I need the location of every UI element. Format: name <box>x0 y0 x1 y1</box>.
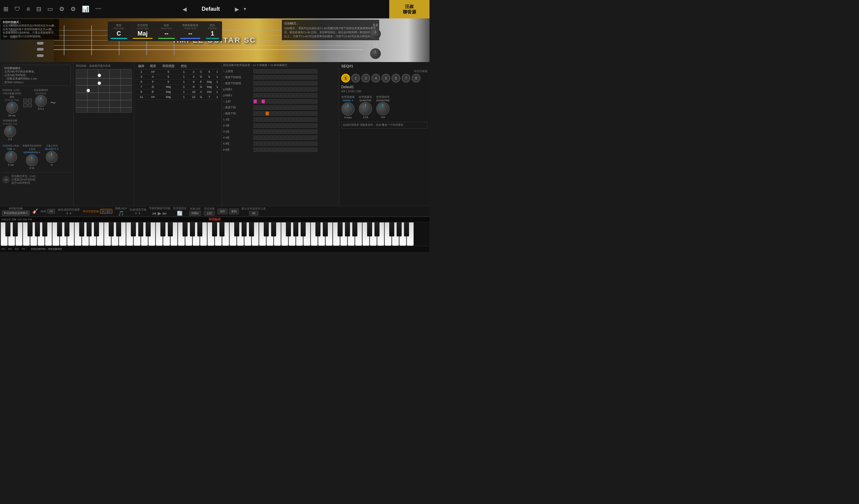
seq-cell-8-12[interactable] <box>302 117 305 122</box>
seq-cell-0-14[interactable] <box>310 69 313 74</box>
seq-cell-10-15[interactable] <box>314 129 317 134</box>
seq-cell-9-5[interactable] <box>273 123 277 128</box>
seq-cell-8-14[interactable] <box>310 117 313 122</box>
seq-cell-4-1[interactable] <box>257 93 261 98</box>
seq-cell-4-9[interactable] <box>290 93 293 98</box>
seq-cell-5-15[interactable] <box>314 99 317 104</box>
piano-black-key[interactable] <box>220 222 225 236</box>
chord-table-row[interactable]: 1A#512C51 <box>136 69 220 75</box>
strum-btn-2[interactable] <box>28 99 32 103</box>
seq-cell-0-7[interactable] <box>282 69 285 74</box>
seq-cell-7-0[interactable] <box>253 111 257 116</box>
sync-icon[interactable]: 🔄 <box>177 210 183 216</box>
seq-cell-10-6[interactable] <box>277 129 281 134</box>
seq-cell-3-7[interactable] <box>282 87 285 92</box>
seq-cell-4-12[interactable] <box>302 93 305 98</box>
seq-cell-2-11[interactable] <box>298 81 301 85</box>
seq-cell-3-15[interactable] <box>314 87 317 92</box>
seq-cell-3-12[interactable] <box>302 87 305 92</box>
vel-value[interactable]: 90 <box>249 211 258 216</box>
seq-cell-13-5[interactable] <box>273 147 277 152</box>
seq-cell-4-2[interactable] <box>261 93 265 98</box>
seq-cell-2-10[interactable] <box>293 81 297 85</box>
seq-cell-0-4[interactable] <box>269 69 273 74</box>
seq-cell-8-3[interactable] <box>266 117 269 122</box>
seq-cell-12-5[interactable] <box>273 142 277 146</box>
seq-cell-7-7[interactable] <box>282 111 285 116</box>
piano-black-key[interactable] <box>116 222 121 236</box>
before-value[interactable]: Riffer <box>189 211 201 216</box>
piano-black-key[interactable] <box>323 222 328 236</box>
seq-cell-5-0[interactable] <box>253 99 257 104</box>
seq-cell-9-15[interactable] <box>314 123 317 128</box>
rectangle-icon[interactable]: ▭ <box>47 5 53 13</box>
seq-cell-9-4[interactable] <box>269 123 273 128</box>
seq-cell-6-5[interactable] <box>273 105 277 110</box>
bars-icon[interactable]: 📊 <box>82 5 89 13</box>
seq-cell-12-13[interactable] <box>306 142 310 146</box>
piano-black-key[interactable] <box>375 222 379 236</box>
seq-cell-8-1[interactable] <box>257 117 261 122</box>
seq-cell-1-1[interactable] <box>257 75 261 79</box>
seq-cell-13-3[interactable] <box>266 147 269 152</box>
sliders-icon[interactable]: ≡ <box>27 6 30 13</box>
seq-cell-11-3[interactable] <box>266 136 269 140</box>
seq-cell-2-5[interactable] <box>273 81 277 85</box>
seq-download-icon[interactable]: ⬇ <box>138 212 140 215</box>
seq-cell-13-10[interactable] <box>293 147 297 152</box>
seq-cell-5-2[interactable] <box>261 99 265 104</box>
seq-cell-10-10[interactable] <box>293 129 297 134</box>
seq-cell-12-7[interactable] <box>282 142 285 146</box>
gear-icon[interactable]: ⚙ <box>71 5 76 13</box>
seq-cell-2-1[interactable] <box>257 81 261 85</box>
seq-cell-7-3[interactable] <box>266 111 269 116</box>
seq-cell-7-1[interactable] <box>257 111 261 116</box>
seq-cell-5-12[interactable] <box>302 99 305 104</box>
piano-black-key[interactable] <box>35 222 40 236</box>
piano-keyboard[interactable] <box>0 222 430 246</box>
seq-cell-1-7[interactable] <box>282 75 285 79</box>
peg-4[interactable] <box>37 42 44 45</box>
seq-cell-9-11[interactable] <box>298 123 301 128</box>
seq-cell-8-7[interactable] <box>282 117 285 122</box>
seq-cell-6-15[interactable] <box>314 105 317 110</box>
seq-cell-3-8[interactable] <box>286 87 289 92</box>
clear-button[interactable]: 清空 <box>217 208 227 214</box>
seq-cell-10-7[interactable] <box>282 129 285 134</box>
seq-cell-2-14[interactable] <box>310 81 313 85</box>
seq-cell-12-2[interactable] <box>261 142 265 146</box>
piano-black-key[interactable] <box>389 222 394 236</box>
seq-cell-2-9[interactable] <box>290 81 293 85</box>
seq-cell-3-13[interactable] <box>306 87 310 92</box>
peg-6[interactable] <box>37 54 44 57</box>
seq-cell-1-11[interactable] <box>298 75 301 79</box>
seq-cell-8-9[interactable] <box>290 117 293 122</box>
seq-cell-0-5[interactable] <box>273 69 277 74</box>
seq-cell-2-8[interactable] <box>286 81 289 85</box>
save-seq-group[interactable]: 存储/读取节奏 ⬆ ⬇ <box>130 208 146 215</box>
seq-cell-8-8[interactable] <box>286 117 289 122</box>
piano-black-key[interactable] <box>345 222 350 236</box>
seq-cell-10-9[interactable] <box>290 129 293 134</box>
seq-cell-13-6[interactable] <box>277 147 281 152</box>
tempo-value[interactable]: 120 <box>204 211 215 216</box>
filter-icon[interactable]: ⚙ <box>59 5 64 13</box>
seq-cell-13-15[interactable] <box>314 147 317 152</box>
seq-cell-11-14[interactable] <box>310 136 313 140</box>
seq-cell-6-9[interactable] <box>290 105 293 110</box>
swing-knob[interactable] <box>341 102 355 116</box>
seq-cell-6-13[interactable] <box>306 105 310 110</box>
seq-btn-8[interactable]: 8 <box>412 74 420 82</box>
seq-cell-7-8[interactable] <box>286 111 289 116</box>
seq-cell-1-5[interactable] <box>273 75 277 79</box>
seq-cell-1-4[interactable] <box>269 75 273 79</box>
seq-cell-2-12[interactable] <box>302 81 305 85</box>
seq-cell-12-10[interactable] <box>293 142 297 146</box>
seq-cell-13-7[interactable] <box>282 147 285 152</box>
bass-value[interactable]: -- <box>158 30 175 37</box>
chord-table-row[interactable]: 3A514D51 <box>136 75 220 79</box>
piano-black-key[interactable] <box>271 222 276 236</box>
download-icon[interactable]: ⬇ <box>70 212 72 215</box>
piano-black-key[interactable] <box>352 222 357 236</box>
seq-cell-5-6[interactable] <box>277 99 281 104</box>
